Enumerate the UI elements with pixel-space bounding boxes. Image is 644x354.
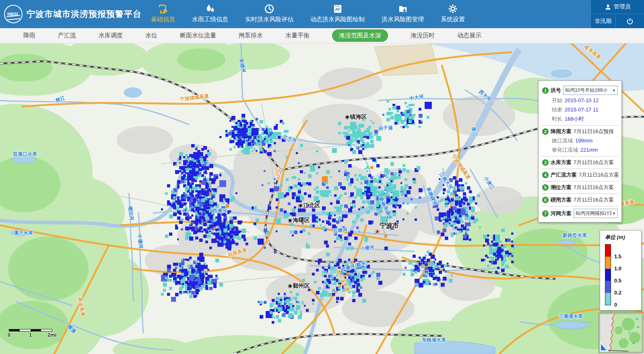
panel-row: 4产汇流方案7月11日16点方案 (542, 171, 618, 179)
subnav-item-3[interactable]: 水位 (145, 32, 157, 39)
city-star-icon: ★ (374, 227, 380, 236)
map-label-district: ◉海曙区 (287, 217, 310, 224)
scale-label: 2mi (47, 332, 56, 338)
subnav-item-2[interactable]: 水库调度 (99, 32, 123, 39)
river-network-select[interactable]: 灿鸿河网模拟计算▼ (574, 209, 618, 218)
map-label-river: 潮泊河 (126, 206, 135, 221)
map-label-river: 西大河 (477, 88, 493, 103)
subnav-item-0[interactable]: 降雨 (23, 32, 35, 39)
map-label-district: ◉江北区 (298, 202, 320, 209)
map-label-river: 小浃江 (482, 175, 496, 191)
user-menu-button[interactable]: 管理员 (591, 0, 644, 14)
user-label: 管理员 (614, 3, 631, 10)
map-label-river: 江南大河 (438, 171, 454, 191)
map-label-road: 宁波绕城高速 (450, 153, 472, 181)
subnav-item-5[interactable]: 闸泵排水 (239, 32, 263, 39)
map-label-reservoir: 溪下水库 (14, 230, 33, 237)
legend-tick: 0 (614, 302, 617, 308)
top-nav-bar: NBSL 宁波市城市洪涝预报预警平台 基础信息水雨工情信息实时洪水风险评估动态洪… (0, 0, 644, 28)
brand: NBSL 宁波市城市洪涝预报预警平台 (0, 0, 147, 28)
legend-tick: 0.5 (614, 278, 621, 284)
map-label-river: 横溪 (66, 323, 78, 335)
main-nav: 基础信息水雨工情信息实时洪水风险评估动态洪水风险图绘制洪水风险图管理系统设置 (150, 0, 466, 28)
panel-detail: 结束2015-07-17 11 (552, 106, 618, 113)
panel-detail: 奉化江流域221mm (552, 146, 618, 154)
legend-ticks: 1.51.00.50.20 (614, 244, 630, 305)
chevron-down-icon: ▼ (612, 88, 616, 93)
subnav-item-9[interactable]: 动态展示 (457, 32, 481, 39)
flood-number-select[interactable]: 灿鸿10号开始168小▼ (563, 86, 618, 95)
map-label-river: 小塘河 (359, 244, 375, 253)
map-label-river: 甬江 (470, 126, 479, 138)
nav-item-5[interactable]: 系统设置 (440, 0, 466, 28)
clock-icon (264, 4, 275, 14)
step-number-badge: 2 (542, 128, 549, 135)
page-title: 宁波市城市洪涝预报预警平台 (27, 8, 142, 20)
scenario-panel: 1洪号灿鸿10号开始168小▼开始2015-07-10 12结束2015-07-… (538, 80, 622, 222)
legend-segment (605, 257, 611, 269)
dynamic-chart-icon (332, 4, 343, 14)
water-drops-icon (205, 4, 215, 14)
sub-nav-bar: 降雨产汇流水库调度水位断面水位流量闸泵排水水量平衡淹没范围及水深淹没历时动态展示 (0, 28, 644, 43)
nav-item-2[interactable]: 实时洪水风险评估 (244, 0, 294, 28)
scale-label: 0 (8, 332, 10, 338)
subnav-item-1[interactable]: 产汇流 (58, 32, 76, 39)
map-label-district: ◉鄞州区 (287, 282, 310, 290)
power-icon (626, 17, 634, 25)
map-label-river: 浜子港 (378, 125, 393, 132)
map-label-river: 北大河 (282, 133, 297, 144)
minimap-graphic (600, 314, 642, 352)
subnav-item-7[interactable]: 淹没范围及水深 (332, 29, 388, 42)
step-number-badge: 7 (542, 210, 549, 217)
nav-item-label: 动态洪水风险图绘制 (310, 16, 365, 23)
nav-item-label: 洪水风险图管理 (382, 16, 424, 23)
map-label-reservoir: 东钱湖水库 (422, 337, 446, 344)
panel-detail: 姚江流域199mm (552, 137, 618, 144)
district-bullseye-icon: ◉ (345, 113, 349, 120)
legend-segment (605, 245, 611, 257)
flood-platform-app: NBSL 宁波市城市洪涝预报预警平台 基础信息水雨工情信息实时洪水风险评估动态洪… (0, 0, 644, 354)
logout-button[interactable] (616, 14, 644, 28)
subnav-item-8[interactable]: 淹没历时 (411, 32, 435, 39)
map-label-river: 新杨木碶河 (378, 196, 394, 221)
subnav-item-4[interactable]: 断面水位流量 (180, 32, 216, 39)
district-bullseye-icon: ◉ (298, 202, 303, 208)
legend-tick: 1.5 (614, 253, 621, 259)
district-bullseye-icon: ◉ (287, 282, 292, 289)
map-label-river: 界牌碶河 (424, 186, 439, 207)
legend-title: 单位 (m) (605, 234, 638, 241)
nav-item-3[interactable]: 动态洪水风险图绘制 (310, 0, 365, 28)
legend-segment (605, 269, 611, 281)
platform-logo: NBSL (4, 5, 23, 23)
map-label-road: 甬舟高速 (582, 44, 602, 60)
nav-item-label: 基础信息 (151, 16, 175, 23)
subnav-item-6[interactable]: 水量平衡 (285, 32, 310, 39)
map-label-river: 后塘河 (332, 226, 348, 235)
header-right: 管理员 非汛期 (590, 0, 644, 28)
legend-segment (605, 293, 611, 305)
map-label-road: 杭甬高速 (227, 246, 248, 259)
map-label-reservoir: 新路岙水库 (563, 232, 587, 239)
map-viewport[interactable]: 慈江英雄河中大河西大河北大河浜子港甬江西塘河后塘河小塘河中塘河(鄞东)新杨木碶河… (0, 43, 644, 354)
panel-row: 3水库方案7月11日16点方案 (542, 159, 618, 166)
nav-item-label: 系统设置 (441, 16, 465, 23)
map-label-river: 慈江 (55, 95, 66, 104)
nav-item-0[interactable]: 基础信息 (150, 0, 176, 28)
nav-item-1[interactable]: 水雨工情信息 (191, 0, 229, 28)
user-icon (605, 4, 611, 10)
map-label-reservoir: 双溪口水库 (13, 151, 37, 158)
nav-item-4[interactable]: 洪水风险图管理 (381, 0, 425, 28)
nav-item-label: 水雨工情信息 (192, 16, 228, 23)
step-number-badge: 1 (542, 87, 549, 94)
overview-minimap[interactable] (599, 313, 643, 353)
map-label-road: G329 (274, 167, 282, 179)
chevron-down-icon: ▼ (612, 212, 616, 216)
logo-text: NBSL (7, 12, 19, 16)
folder-icon (398, 4, 408, 14)
flood-period-button[interactable]: 非汛期 (591, 14, 616, 28)
map-label-reservoir: 三溪浦水库 (559, 313, 583, 320)
nav-item-label: 实时洪水风险评估 (245, 16, 293, 23)
map-label-district: ◉镇海区 (345, 113, 367, 121)
legend-color-bar (605, 244, 611, 305)
map-label-river: 中塘河 (136, 234, 144, 249)
